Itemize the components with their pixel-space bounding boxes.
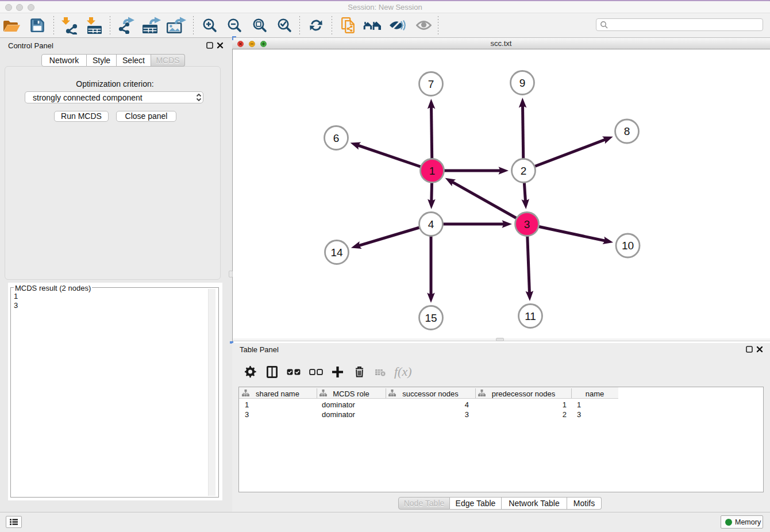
svg-text:14: 14	[330, 246, 343, 259]
svg-text:9: 9	[519, 77, 526, 89]
svg-text:1: 1	[429, 165, 436, 177]
svg-text:10: 10	[622, 240, 634, 252]
svg-text:7: 7	[428, 78, 434, 90]
svg-text:15: 15	[425, 312, 437, 324]
svg-text:3: 3	[524, 218, 530, 230]
svg-text:2: 2	[521, 165, 527, 177]
svg-text:8: 8	[624, 125, 630, 137]
svg-text:6: 6	[333, 132, 340, 144]
svg-text:11: 11	[525, 310, 536, 322]
svg-text:4: 4	[428, 218, 434, 230]
